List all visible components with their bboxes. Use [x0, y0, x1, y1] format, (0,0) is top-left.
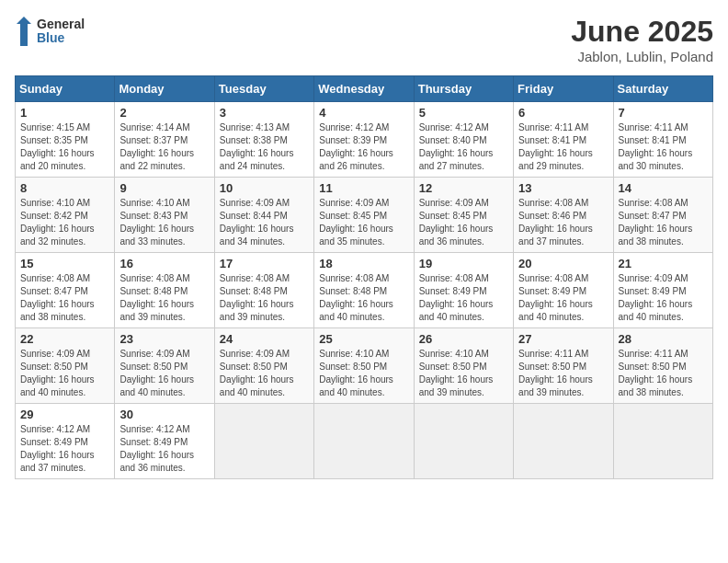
- calendar-cell: 17 Sunrise: 4:08 AM Sunset: 8:48 PM Dayl…: [214, 253, 313, 328]
- sunset-text: Sunset: 8:43 PM: [119, 211, 188, 221]
- sunrise-text: Sunrise: 4:08 AM: [518, 198, 588, 208]
- logo-general-text: General: [37, 17, 85, 31]
- day-number: 23: [119, 332, 209, 346]
- calendar-cell: 19 Sunrise: 4:08 AM Sunset: 8:49 PM Dayl…: [414, 253, 513, 328]
- sunset-text: Sunset: 8:48 PM: [119, 286, 188, 296]
- calendar-cell: 4 Sunrise: 4:12 AM Sunset: 8:39 PM Dayli…: [314, 102, 414, 178]
- sunrise-text: Sunrise: 4:11 AM: [518, 122, 588, 132]
- daylight-text: Daylight: 16 hours and 32 minutes.: [20, 224, 95, 247]
- calendar-cell: 8 Sunrise: 4:10 AM Sunset: 8:42 PM Dayli…: [16, 178, 115, 253]
- sunrise-text: Sunrise: 4:08 AM: [419, 273, 489, 283]
- sunrise-text: Sunrise: 4:11 AM: [518, 349, 588, 359]
- day-info: Sunrise: 4:09 AM Sunset: 8:50 PM Dayligh…: [119, 348, 209, 399]
- column-header-thursday: Thursday: [414, 76, 513, 102]
- day-info: Sunrise: 4:11 AM Sunset: 8:41 PM Dayligh…: [619, 121, 708, 173]
- day-number: 19: [419, 257, 508, 270]
- logo-shape-icon: [15, 15, 33, 48]
- day-number: 20: [518, 257, 608, 270]
- daylight-text: Daylight: 16 hours and 36 minutes.: [119, 450, 194, 473]
- sunrise-text: Sunrise: 4:11 AM: [619, 349, 688, 359]
- day-number: 8: [20, 181, 109, 195]
- day-number: 14: [619, 181, 708, 195]
- day-number: 2: [119, 106, 209, 120]
- day-number: 9: [119, 181, 209, 195]
- day-number: 16: [119, 257, 209, 270]
- sunrise-text: Sunrise: 4:12 AM: [119, 424, 189, 434]
- calendar-cell: 12 Sunrise: 4:09 AM Sunset: 8:45 PM Dayl…: [414, 178, 513, 253]
- calendar-cell: 9 Sunrise: 4:10 AM Sunset: 8:43 PM Dayli…: [115, 178, 214, 253]
- calendar-cell: [314, 404, 414, 479]
- day-number: 1: [20, 106, 109, 120]
- sunset-text: Sunset: 8:48 PM: [220, 286, 288, 296]
- daylight-text: Daylight: 16 hours and 24 minutes.: [220, 148, 294, 171]
- day-number: 30: [119, 408, 209, 421]
- day-info: Sunrise: 4:11 AM Sunset: 8:50 PM Dayligh…: [518, 348, 608, 399]
- sunset-text: Sunset: 8:40 PM: [419, 135, 487, 145]
- day-number: 6: [518, 106, 608, 120]
- day-info: Sunrise: 4:10 AM Sunset: 8:43 PM Dayligh…: [119, 197, 209, 248]
- daylight-text: Daylight: 16 hours and 40 minutes.: [319, 299, 393, 322]
- sunrise-text: Sunrise: 4:09 AM: [319, 198, 389, 208]
- daylight-text: Daylight: 16 hours and 38 minutes.: [20, 299, 95, 322]
- location-title: Jablon, Lublin, Poland: [571, 49, 713, 64]
- day-info: Sunrise: 4:10 AM Sunset: 8:42 PM Dayligh…: [20, 197, 109, 248]
- day-number: 15: [20, 257, 109, 270]
- daylight-text: Daylight: 16 hours and 40 minutes.: [419, 299, 494, 322]
- daylight-text: Daylight: 16 hours and 22 minutes.: [119, 148, 194, 171]
- sunrise-text: Sunrise: 4:11 AM: [619, 122, 688, 132]
- daylight-text: Daylight: 16 hours and 26 minutes.: [319, 148, 393, 171]
- calendar-cell: 11 Sunrise: 4:09 AM Sunset: 8:45 PM Dayl…: [314, 178, 414, 253]
- calendar-cell: 24 Sunrise: 4:09 AM Sunset: 8:50 PM Dayl…: [214, 328, 313, 404]
- day-info: Sunrise: 4:08 AM Sunset: 8:46 PM Dayligh…: [518, 197, 608, 248]
- sunset-text: Sunset: 8:49 PM: [619, 286, 687, 296]
- calendar-cell: 29 Sunrise: 4:12 AM Sunset: 8:49 PM Dayl…: [16, 404, 115, 479]
- calendar-cell: [514, 404, 613, 479]
- calendar-cell: [613, 404, 712, 479]
- sunset-text: Sunset: 8:50 PM: [20, 362, 88, 372]
- sunrise-text: Sunrise: 4:12 AM: [419, 122, 489, 132]
- svg-marker-0: [17, 17, 31, 46]
- sunset-text: Sunset: 8:45 PM: [319, 211, 387, 221]
- sunset-text: Sunset: 8:47 PM: [20, 286, 88, 296]
- sunrise-text: Sunrise: 4:10 AM: [319, 349, 389, 359]
- sunset-text: Sunset: 8:48 PM: [319, 286, 387, 296]
- sunrise-text: Sunrise: 4:08 AM: [518, 273, 588, 283]
- sunrise-text: Sunrise: 4:09 AM: [119, 349, 189, 359]
- column-header-saturday: Saturday: [613, 76, 712, 102]
- day-info: Sunrise: 4:14 AM Sunset: 8:37 PM Dayligh…: [119, 121, 209, 173]
- day-info: Sunrise: 4:13 AM Sunset: 8:38 PM Dayligh…: [220, 121, 309, 173]
- day-number: 25: [319, 332, 408, 346]
- sunrise-text: Sunrise: 4:08 AM: [319, 273, 389, 283]
- day-number: 24: [220, 332, 309, 346]
- sunset-text: Sunset: 8:42 PM: [20, 211, 88, 221]
- calendar-cell: 28 Sunrise: 4:11 AM Sunset: 8:50 PM Dayl…: [613, 328, 712, 404]
- calendar-cell: 27 Sunrise: 4:11 AM Sunset: 8:50 PM Dayl…: [514, 328, 613, 404]
- calendar-cell: 1 Sunrise: 4:15 AM Sunset: 8:35 PM Dayli…: [16, 102, 115, 178]
- sunset-text: Sunset: 8:49 PM: [419, 286, 487, 296]
- column-header-tuesday: Tuesday: [214, 76, 313, 102]
- sunrise-text: Sunrise: 4:08 AM: [20, 273, 90, 283]
- sunrise-text: Sunrise: 4:13 AM: [220, 122, 290, 132]
- sunrise-text: Sunrise: 4:09 AM: [220, 198, 290, 208]
- day-info: Sunrise: 4:08 AM Sunset: 8:49 PM Dayligh…: [518, 272, 608, 324]
- daylight-text: Daylight: 16 hours and 40 minutes.: [518, 299, 593, 322]
- daylight-text: Daylight: 16 hours and 29 minutes.: [518, 148, 593, 171]
- sunrise-text: Sunrise: 4:09 AM: [619, 273, 688, 283]
- daylight-text: Daylight: 16 hours and 27 minutes.: [419, 148, 494, 171]
- day-info: Sunrise: 4:12 AM Sunset: 8:49 PM Dayligh…: [119, 423, 209, 475]
- day-info: Sunrise: 4:08 AM Sunset: 8:48 PM Dayligh…: [319, 272, 408, 324]
- sunset-text: Sunset: 8:50 PM: [220, 362, 288, 372]
- daylight-text: Daylight: 16 hours and 37 minutes.: [20, 450, 95, 473]
- calendar-cell: 2 Sunrise: 4:14 AM Sunset: 8:37 PM Dayli…: [115, 102, 214, 178]
- calendar-cell: 23 Sunrise: 4:09 AM Sunset: 8:50 PM Dayl…: [115, 328, 214, 404]
- day-info: Sunrise: 4:09 AM Sunset: 8:45 PM Dayligh…: [319, 197, 408, 248]
- calendar-cell: 6 Sunrise: 4:11 AM Sunset: 8:41 PM Dayli…: [514, 102, 613, 178]
- sunrise-text: Sunrise: 4:08 AM: [119, 273, 189, 283]
- sunrise-text: Sunrise: 4:08 AM: [220, 273, 290, 283]
- title-area: June 2025 Jablon, Lublin, Poland: [571, 15, 713, 64]
- calendar-cell: 25 Sunrise: 4:10 AM Sunset: 8:50 PM Dayl…: [314, 328, 414, 404]
- day-info: Sunrise: 4:08 AM Sunset: 8:47 PM Dayligh…: [20, 272, 109, 324]
- day-number: 7: [619, 106, 708, 120]
- calendar-cell: 13 Sunrise: 4:08 AM Sunset: 8:46 PM Dayl…: [514, 178, 613, 253]
- day-info: Sunrise: 4:10 AM Sunset: 8:50 PM Dayligh…: [419, 348, 508, 399]
